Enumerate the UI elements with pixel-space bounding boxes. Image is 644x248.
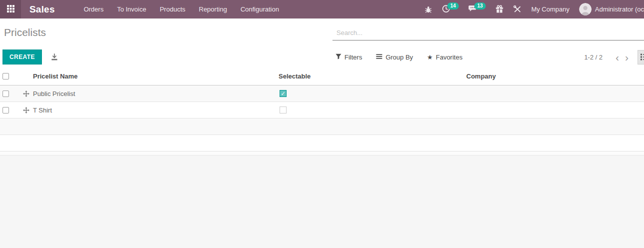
select-all-checkbox[interactable]	[2, 73, 9, 80]
page-title: Pricelists	[4, 26, 46, 38]
user-avatar	[579, 3, 592, 16]
selectable-checkbox-0[interactable]: ✓	[280, 90, 287, 97]
app-brand-title[interactable]: Sales	[29, 4, 55, 15]
filters-button[interactable]: Filters	[335, 54, 362, 61]
top-navbar: Sales Orders To Invoice Products Reporti…	[0, 0, 644, 18]
table-row[interactable]: T Shirt	[0, 102, 644, 118]
list-bottom-strip	[0, 152, 644, 156]
debug-bug-icon[interactable]	[424, 6, 432, 14]
column-header-company[interactable]: Company	[466, 72, 644, 80]
column-header-pricelist-name[interactable]: Pricelist Name	[20, 72, 279, 80]
group-by-lines-icon	[376, 54, 382, 61]
column-header-selectable[interactable]: Selectable	[279, 72, 466, 80]
empty-filler-row	[0, 118, 644, 135]
menu-reporting[interactable]: Reporting	[199, 4, 227, 14]
pager: 1-2 / 2 ‹ ›	[584, 50, 644, 64]
pricelists-list-view: Pricelist Name Selectable Company Public…	[0, 68, 644, 152]
pricelist-name: T Shirt	[33, 106, 52, 114]
search-options: Filters Group By ★ Favorites	[335, 54, 462, 61]
search-input[interactable]	[332, 26, 644, 40]
selectable-checkbox-1[interactable]	[280, 106, 287, 114]
search-box	[332, 26, 644, 40]
messages-chat-button[interactable]: 13	[468, 4, 486, 14]
pager-previous-button[interactable]: ‹	[613, 52, 622, 62]
row-checkbox[interactable]	[2, 90, 9, 97]
list-view-switch-button[interactable]	[638, 50, 644, 64]
activities-clock-button[interactable]: 14	[442, 4, 459, 14]
table-row[interactable]: Public Pricelist ✓	[0, 86, 644, 102]
empty-filler-row	[0, 135, 644, 152]
navbar-systray: 14 13	[424, 3, 644, 16]
export-download-icon[interactable]	[50, 53, 58, 61]
menu-configuration[interactable]: Configuration	[241, 4, 279, 14]
control-panel: Pricelists CREATE Filters	[0, 18, 644, 68]
menu-to-invoice[interactable]: To Invoice	[117, 4, 146, 14]
menu-orders[interactable]: Orders	[84, 4, 104, 14]
control-panel-buttons: CREATE Filters	[0, 46, 644, 68]
filter-funnel-icon	[335, 54, 341, 61]
apps-grid-icon	[7, 5, 14, 14]
activities-count-badge: 14	[447, 2, 459, 10]
create-button[interactable]: CREATE	[2, 50, 42, 64]
drag-move-icon[interactable]	[23, 90, 29, 97]
tools-icon[interactable]	[513, 5, 522, 14]
user-name: Administrator (oc	[595, 6, 644, 13]
pager-range: 1-2 / 2	[584, 54, 603, 61]
list-header-row: Pricelist Name Selectable Company	[0, 68, 644, 86]
user-menu[interactable]: Administrator (oc	[579, 3, 644, 16]
apps-menu-button[interactable]	[0, 0, 21, 18]
row-checkbox[interactable]	[2, 107, 9, 114]
drag-move-icon[interactable]	[23, 107, 29, 114]
group-by-button[interactable]: Group By	[376, 54, 413, 61]
menu-products[interactable]: Products	[160, 4, 185, 14]
pricelist-name: Public Pricelist	[33, 90, 75, 98]
messages-count-badge: 13	[474, 2, 486, 10]
main-menu: Orders To Invoice Products Reporting Con…	[84, 4, 279, 14]
gift-icon[interactable]	[495, 5, 504, 14]
star-icon: ★	[427, 54, 433, 61]
favorites-button[interactable]: ★ Favorites	[427, 54, 462, 61]
company-switcher[interactable]: My Company	[531, 6, 570, 13]
content-background	[0, 156, 644, 248]
pager-next-button[interactable]: ›	[622, 52, 632, 62]
